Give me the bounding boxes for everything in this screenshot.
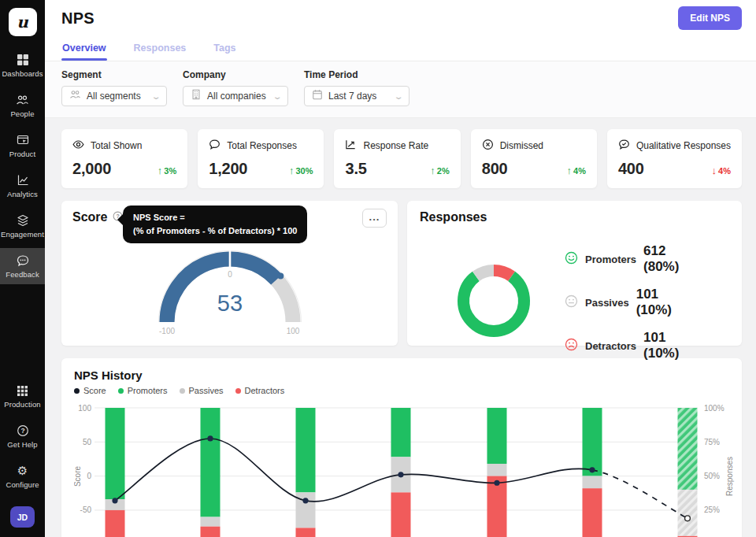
sidebar-item-label: Engagement [1, 230, 44, 239]
stat-value: 1,200 [209, 160, 247, 178]
help-icon: ? [17, 424, 29, 437]
sidebar-item-label: Production [4, 400, 40, 409]
svg-text:50: 50 [83, 438, 92, 446]
stat-value: 800 [482, 160, 508, 178]
legend-row-detractors: Detractors 101 (10%) [565, 330, 698, 361]
stat-delta: ↑30% [289, 165, 313, 176]
sidebar-item-analytics[interactable]: Analytics [0, 168, 45, 204]
stat-label: Qualitative Responses [636, 140, 731, 151]
legend-item-passives: Passives [180, 386, 224, 395]
score-card-title: Score [72, 210, 107, 224]
svg-text:100: 100 [78, 404, 91, 413]
legend-value: 612 (80%) [643, 243, 698, 275]
company-value: All companies [207, 91, 266, 102]
feedback-icon [17, 254, 29, 267]
legend-item-promoters: Promoters [118, 386, 168, 395]
stat-card-total-responses: Total Responses 1,200 ↑30% [198, 129, 324, 188]
svg-text:25%: 25% [704, 506, 720, 514]
legend-dot [180, 388, 185, 394]
stat-label: Dismissed [500, 140, 543, 151]
sidebar-item-label: Analytics [7, 190, 38, 198]
sidebar-item-feedback[interactable]: Feedback [0, 248, 45, 284]
legend-item-score: Score [74, 386, 106, 395]
legend-row-promoters: Promoters 612 (80%) [565, 243, 698, 275]
chevron-down-icon: ⌄ [150, 92, 161, 101]
legend-dot [74, 388, 80, 394]
svg-text:0: 0 [228, 270, 232, 279]
svg-text:Responses: Responses [725, 457, 734, 496]
time-period-dropdown[interactable]: Last 7 days ⌄ [304, 86, 410, 106]
sidebar-item-production[interactable]: Production [0, 379, 45, 414]
sidebar-item-people[interactable]: People [0, 87, 45, 124]
analytics-icon [17, 174, 29, 187]
svg-text:100: 100 [286, 327, 299, 335]
legend-label: Detractors [585, 340, 636, 352]
x-circle-icon [482, 139, 494, 153]
sidebar-item-configure[interactable]: ⚙ Configure [0, 458, 45, 494]
nps-history-card: NPS History Score Promoters Passives Det… [61, 358, 742, 537]
main-area: NPS Edit NPS Overview Responses Tags Seg… [45, 0, 756, 537]
filter-bar: Segment All segments ⌄ Company All compa… [45, 61, 756, 118]
tab-responses[interactable]: Responses [133, 36, 187, 61]
svg-text:53: 53 [217, 291, 242, 316]
page-title: NPS [61, 9, 94, 28]
legend-item-detractors: Detractors [235, 386, 285, 395]
company-building-icon [191, 89, 202, 103]
svg-text:0: 0 [87, 472, 91, 480]
brand-logo[interactable]: u [9, 8, 37, 36]
svg-text:50%: 50% [704, 472, 720, 480]
chevron-down-icon: ⌄ [272, 92, 282, 101]
responses-card: Responses Promoters 612 (80%) Passiv [407, 201, 742, 346]
company-filter: Company All companies ⌄ [183, 69, 288, 106]
history-legend: Score Promoters Passives Detractors [74, 386, 729, 395]
stat-label: Total Responses [227, 140, 297, 151]
legend-dot [118, 388, 124, 394]
company-filter-label: Company [183, 69, 288, 80]
trend-arrow-icon: ↑ [567, 165, 573, 176]
tab-bar: Overview Responses Tags [45, 36, 756, 61]
segment-filter: Segment All segments ⌄ [61, 69, 167, 106]
stats-row: Total Shown 2,000 ↑3% Total Responses 1,… [61, 129, 742, 188]
content-area: Total Shown 2,000 ↑3% Total Responses 1,… [45, 118, 756, 537]
svg-text:?: ? [20, 427, 24, 435]
score-card: Score ? NPS Score = (% of Promoters - % … [61, 201, 398, 346]
happy-face-icon [565, 251, 578, 268]
stat-card-qualitative-responses: Qualitative Responses 400 ↓4% [607, 129, 742, 188]
stat-label: Response Rate [363, 140, 428, 151]
production-grid-icon [17, 385, 28, 397]
sidebar-item-product[interactable]: Product [0, 128, 45, 164]
sidebar-item-label: Get Help [7, 440, 37, 449]
stat-card-response-rate: Response Rate 3.5 ↑2% [334, 129, 460, 188]
segment-people-icon [69, 89, 81, 103]
nps-gauge: 0-10010053 [72, 242, 387, 338]
trend-arrow-icon: ↑ [430, 165, 435, 176]
stat-card-dismissed: Dismissed 800 ↑4% [471, 129, 597, 188]
sidebar-item-engagement[interactable]: Engagement [0, 208, 45, 244]
legend-value: 101 (10%) [643, 330, 698, 361]
avatar[interactable]: JD [10, 506, 35, 528]
dashboards-icon [17, 54, 29, 66]
svg-text:-50: -50 [80, 506, 92, 514]
sidebar-item-get-help[interactable]: ? Get Help [0, 418, 45, 454]
sidebar-item-label: Product [9, 150, 35, 158]
stat-delta: ↑2% [430, 165, 449, 176]
company-dropdown[interactable]: All companies ⌄ [183, 86, 288, 106]
chevron-down-icon: ⌄ [393, 92, 403, 101]
edit-nps-button[interactable]: Edit NPS [678, 6, 742, 30]
tab-overview[interactable]: Overview [61, 36, 107, 61]
stat-delta: ↓4% [712, 165, 731, 176]
trend-arrow-icon: ↑ [289, 165, 295, 176]
card-menu-button[interactable]: ... [362, 209, 387, 228]
engagement-icon [17, 214, 29, 227]
sidebar-item-dashboards[interactable]: Dashboards [0, 47, 45, 83]
tab-tags[interactable]: Tags [213, 36, 236, 61]
legend-value: 101 (10%) [636, 287, 698, 318]
sidebar: u Dashboards People Product Analytics En… [0, 0, 45, 537]
time-period-filter: Time Period Last 7 days ⌄ [304, 69, 410, 106]
charts-row: Score ? NPS Score = (% of Promoters - % … [61, 201, 742, 346]
chart-trend-icon [345, 139, 357, 153]
segment-dropdown[interactable]: All segments ⌄ [61, 86, 167, 106]
legend-label: Passives [585, 297, 629, 309]
svg-text:75%: 75% [704, 438, 720, 446]
sidebar-item-label: Dashboards [2, 69, 43, 78]
